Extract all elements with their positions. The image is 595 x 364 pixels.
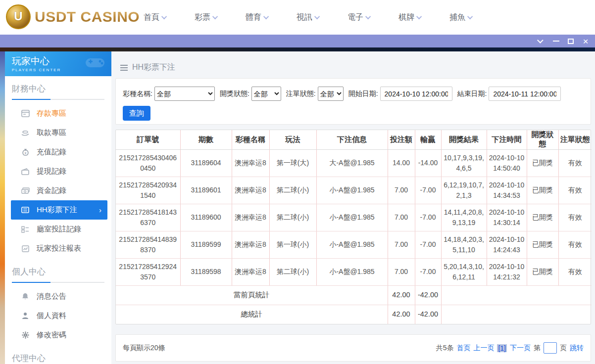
- table-header-cell: 下注信息: [316, 130, 388, 149]
- per-page-text: 每頁顯示20條: [123, 344, 165, 353]
- sidebar-item-label: 充值記錄: [37, 147, 66, 157]
- section-divider: [12, 99, 104, 100]
- top-navigation: 首頁 彩票 體育 視訊 電子 棋牌 捕魚: [130, 0, 487, 35]
- table-cell: 有效: [558, 231, 592, 258]
- table-header-cell: 期數: [180, 130, 232, 149]
- table-row: 215217285430406045031189604澳洲幸运8第一球(大)大-…: [116, 149, 592, 177]
- first-page-link[interactable]: 首页: [456, 344, 470, 353]
- table-body: 215217285430406045031189604澳洲幸运8第一球(大)大-…: [116, 149, 592, 285]
- total-summary-bet: 42.00: [388, 305, 415, 324]
- svg-text:¥: ¥: [24, 151, 26, 154]
- sidebar-item-deposit-zone[interactable]: 存款專區: [11, 104, 107, 123]
- page-summary-winloss: -42.00: [415, 285, 441, 305]
- table-header-cell: 開獎狀態: [527, 130, 558, 149]
- total-summary-row: 總統計 42.00 -42.00: [116, 305, 592, 324]
- site-logo[interactable]: U USDT CASINO: [6, 4, 140, 29]
- chevron-down-icon: [365, 14, 371, 19]
- current-page-indicator[interactable]: [1]: [497, 344, 507, 352]
- sidebar-item-player-bet-report[interactable]: 玩家投注報表: [11, 239, 107, 258]
- sidebar-item-withdraw-zone[interactable]: 取款專區: [11, 123, 107, 142]
- table-cell: 小-A盤@1.985: [316, 177, 388, 204]
- logo-text: USDT CASINO: [35, 8, 140, 25]
- section-title: 代理中心: [12, 353, 104, 364]
- sidebar-item-label: 存款專區: [37, 109, 66, 118]
- sidebar-item-hh-lottery-bets[interactable]: HH彩票下注 ›: [11, 200, 107, 220]
- close-button[interactable]: ×: [578, 35, 593, 47]
- total-count-text: 共5条: [436, 344, 454, 353]
- sidebar-item-room-bet-record[interactable]: 廳室投註記錄: [11, 220, 107, 239]
- table-cell: 有效: [558, 258, 592, 285]
- table-cell: 已開獎: [527, 149, 558, 177]
- table-cell: 10,17,9,3,19,4,6,5: [441, 149, 487, 177]
- nav-item-fishing[interactable]: 捕魚: [436, 12, 487, 23]
- table-row: 215217285420934154031189601澳洲幸运8第二球(小)小-…: [116, 177, 592, 204]
- sidebar-item-withdrawal-record[interactable]: 提現記錄: [11, 162, 107, 181]
- sidebar-item-recharge-record[interactable]: ¥ 充值記錄: [11, 142, 107, 162]
- start-date-input[interactable]: [380, 87, 452, 101]
- table-cell: 有效: [558, 149, 592, 177]
- sidebar-item-profile[interactable]: 個人資料: [11, 306, 107, 325]
- chevron-down-icon: [161, 14, 167, 19]
- menu-toggle-icon[interactable]: [120, 65, 128, 71]
- table-cell: 已開獎: [527, 231, 558, 258]
- report-chart-icon: [21, 244, 30, 253]
- maximize-icon: [568, 39, 574, 44]
- bell-icon: [21, 292, 30, 301]
- sidebar-item-change-password[interactable]: 修改密碼: [11, 325, 107, 345]
- next-page-link[interactable]: 下一页: [510, 344, 531, 353]
- sidebar-item-label: 修改密碼: [37, 330, 66, 340]
- sidebar-item-fund-record[interactable]: 資金記錄: [11, 181, 107, 200]
- bets-table: 訂單號期數彩種名稱玩法下注信息投注額輸贏開獎結果下注時間開獎狀態注單狀態 215…: [116, 130, 592, 324]
- nav-item-electronic[interactable]: 電子: [334, 12, 385, 23]
- wallet-icon: [21, 167, 30, 176]
- gear-icon: [21, 331, 30, 340]
- table-cell: 2024-10-10 14:24:43: [487, 231, 527, 258]
- sidebar-item-label: 玩家投注報表: [37, 244, 81, 253]
- end-date-input[interactable]: [489, 87, 561, 101]
- sidebar-item-label: 提現記錄: [37, 167, 66, 176]
- table-cell: 澳洲幸运8: [232, 149, 269, 177]
- nav-item-sports[interactable]: 體育: [232, 12, 283, 23]
- table-cell: 31189601: [180, 177, 232, 204]
- draw-status-label: 開獎狀態:: [220, 90, 249, 98]
- table-cell: 31189604: [180, 149, 232, 177]
- nav-item-lottery[interactable]: 彩票: [181, 12, 232, 23]
- table-cell: 2152172854181436370: [116, 204, 180, 231]
- table-cell: 2152172854304060450: [116, 149, 180, 177]
- jump-button[interactable]: 跳转: [570, 344, 584, 353]
- table-cell: 第二球(小): [269, 258, 316, 285]
- order-status-select[interactable]: 全部: [318, 87, 344, 101]
- lottery-name-select[interactable]: 全部: [154, 87, 215, 101]
- table-row: 215217285414839837031189599澳洲幸运8第一球(小)小-…: [116, 231, 592, 258]
- hand-money-icon: [21, 129, 30, 137]
- table-cell: -7.00: [415, 258, 441, 285]
- table-cell: 31189600: [180, 204, 232, 231]
- table-cell: 澳洲幸运8: [232, 231, 269, 258]
- nav-item-chess[interactable]: 棋牌: [385, 12, 436, 23]
- table-cell: 澳洲幸运8: [232, 177, 269, 204]
- table-row: 215217285418143637031189600澳洲幸运8第二球(小)小-…: [116, 204, 592, 231]
- table-header-cell: 注單狀態: [558, 130, 592, 149]
- personal-menu: 消息公告 個人資料 修改密碼: [5, 283, 111, 345]
- sidebar-item-announcements[interactable]: 消息公告: [11, 287, 107, 306]
- table-cell: 2024-10-10 14:50:40: [487, 149, 527, 177]
- sidebar-section-finance: 財務中心: [5, 76, 111, 100]
- nav-item-video[interactable]: 視訊: [283, 12, 334, 23]
- collapse-button[interactable]: [534, 35, 548, 47]
- table-cell: 第二球(小): [269, 204, 316, 231]
- nav-item-home[interactable]: 首頁: [130, 12, 181, 23]
- table-header-cell: 投注額: [388, 130, 415, 149]
- table-cell: 6,12,19,10,7,2,1,3: [441, 177, 487, 204]
- prev-page-link[interactable]: 上一页: [473, 344, 494, 353]
- page-jump-input[interactable]: [544, 342, 557, 354]
- table-cell: 大-A盤@1.985: [316, 149, 388, 177]
- chevron-down-icon: [416, 14, 422, 19]
- nav-label: 體育: [246, 12, 261, 23]
- draw-status-select[interactable]: 全部: [251, 87, 281, 101]
- sidebar: 玩家中心 PLAYERS CENTER 財務中心 存款專區 取款專區 ¥: [5, 51, 111, 364]
- minimize-button[interactable]: [548, 35, 563, 47]
- table-row: 215217285412924357031189598澳洲幸运8第二球(小)小-…: [116, 258, 592, 285]
- maximize-button[interactable]: [563, 35, 578, 47]
- search-button[interactable]: 查詢: [123, 106, 150, 121]
- person-icon: [21, 312, 30, 320]
